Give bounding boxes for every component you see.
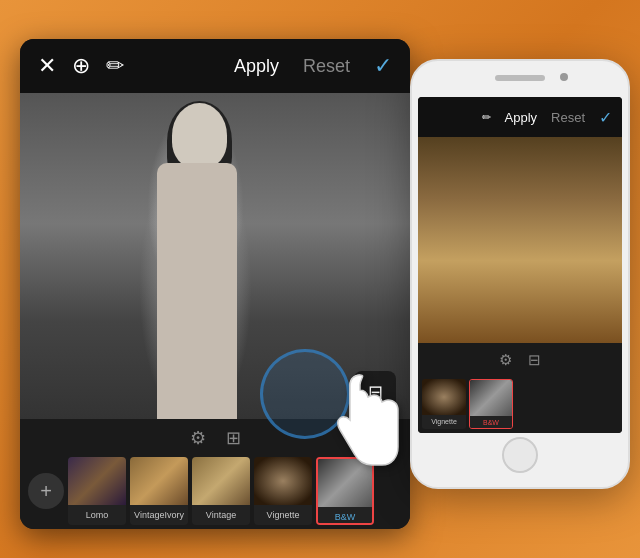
phone-screen: ✏ Apply Reset ✓ ⚙ ⊟ Vignette — [418, 97, 622, 433]
filter-vignette-label: Vignette — [254, 505, 312, 525]
tablet-device: ✕ ⊕ ✏ Apply Reset ✓ ⊟ ⚙ ⊞ — [20, 39, 410, 529]
phone-toolbar: ✏ Apply Reset ✓ — [418, 97, 622, 137]
toolbar-left: ✕ ⊕ ✏ — [38, 53, 124, 79]
grid-icon[interactable]: ⊞ — [226, 427, 241, 449]
filter-bw-label: B&W — [318, 507, 372, 525]
compare-icon[interactable]: ⊟ — [354, 371, 396, 413]
phone-filmstrip-items: Vignette B&W — [418, 377, 622, 433]
confirm-button[interactable]: ✓ — [374, 53, 392, 79]
phone-confirm-button[interactable]: ✓ — [599, 108, 612, 127]
tablet-filmstrip: ⚙ ⊞ + Lomo VintageIvory Vintage — [20, 419, 410, 529]
filter-vintage-preview — [192, 457, 250, 505]
phone-filter-vignette-label: Vignette — [422, 415, 466, 429]
settings-icon[interactable]: ⚙ — [190, 427, 206, 449]
filter-vintage-label: Vintage — [192, 505, 250, 525]
phone-home-button[interactable] — [502, 437, 538, 473]
highlight-ring — [260, 349, 350, 439]
reset-button[interactable]: Reset — [303, 56, 350, 77]
phone-device: ✏ Apply Reset ✓ ⚙ ⊟ Vignette — [410, 59, 630, 489]
phone-photo-area — [418, 137, 622, 343]
phone-reset-button[interactable]: Reset — [551, 110, 585, 125]
phone-camera — [560, 73, 568, 81]
apply-button[interactable]: Apply — [234, 56, 279, 77]
figure-body — [157, 163, 237, 419]
pen-icon[interactable]: ✏ — [106, 53, 124, 79]
filter-vintage[interactable]: Vintage — [192, 457, 250, 525]
tablet-toolbar: ✕ ⊕ ✏ Apply Reset ✓ — [20, 39, 410, 93]
add-filter-button[interactable]: + — [28, 473, 64, 509]
filter-bw-preview — [318, 459, 372, 507]
figure-head — [172, 103, 227, 168]
phone-filter-bw-label: B&W — [470, 416, 512, 429]
filter-vintage-ivory[interactable]: VintageIvory — [130, 457, 188, 525]
retouch-icon[interactable]: ⊕ — [72, 53, 90, 79]
phone-photo — [418, 137, 622, 343]
filmstrip-items: + Lomo VintageIvory Vintage Vignette — [20, 457, 410, 529]
filmstrip-toolbar: ⚙ ⊞ — [20, 419, 410, 457]
phone-pen-icon: ✏ — [482, 111, 491, 124]
phone-grid-icon[interactable]: ⊟ — [528, 351, 541, 369]
tablet-photo-area — [20, 93, 410, 419]
filter-vignette-preview — [254, 457, 312, 505]
phone-filmstrip: ⚙ ⊟ Vignette B&W — [418, 343, 622, 433]
filter-lomo[interactable]: Lomo — [68, 457, 126, 525]
photo-figure — [137, 93, 277, 419]
toolbar-center: Apply Reset ✓ — [234, 53, 392, 79]
filter-vintage-ivory-preview — [130, 457, 188, 505]
phone-filter-vignette-preview — [422, 379, 466, 415]
close-icon[interactable]: ✕ — [38, 53, 56, 79]
filter-vintage-ivory-label: VintageIvory — [130, 505, 188, 525]
filter-vignette[interactable]: Vignette — [254, 457, 312, 525]
phone-filter-vignette[interactable]: Vignette — [422, 379, 466, 429]
filter-lomo-preview — [68, 457, 126, 505]
phone-filter-bw-preview — [470, 380, 512, 416]
phone-speaker — [495, 75, 545, 81]
phone-apply-button[interactable]: Apply — [505, 110, 538, 125]
filter-bw[interactable]: B&W — [316, 457, 374, 525]
phone-filter-bw[interactable]: B&W — [469, 379, 513, 429]
filter-lomo-label: Lomo — [68, 505, 126, 525]
phone-settings-icon[interactable]: ⚙ — [499, 351, 512, 369]
scene: ✕ ⊕ ✏ Apply Reset ✓ ⊟ ⚙ ⊞ — [20, 19, 620, 539]
phone-filmstrip-toolbar: ⚙ ⊟ — [418, 343, 622, 377]
